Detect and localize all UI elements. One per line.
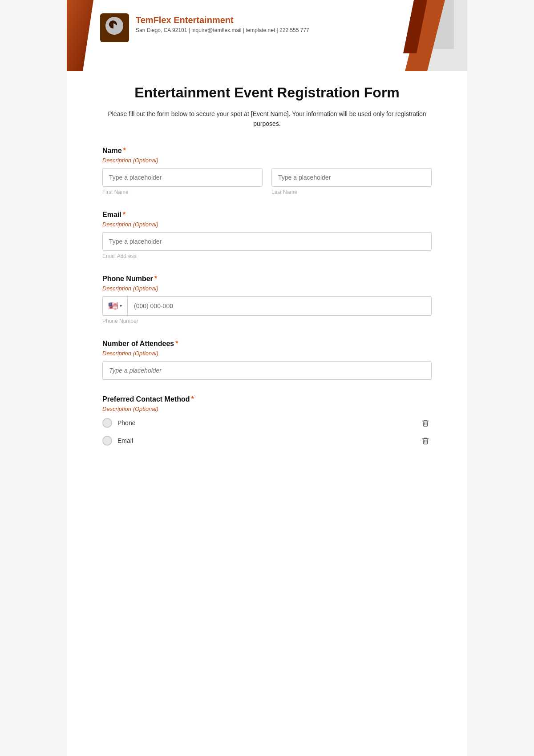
email-label: Email* (102, 211, 432, 219)
contact-method-field-section: Preferred Contact Method* Description (O… (102, 395, 432, 447)
email-col: Email Address (102, 232, 432, 259)
flag-emoji: 🇺🇸 (108, 301, 118, 311)
company-info: TemFlex Entertainment San Diego, CA 9210… (136, 15, 309, 33)
company-name: TemFlex Entertainment (136, 15, 309, 25)
attendees-field-section: Number of Attendees* Description (Option… (102, 340, 432, 380)
form-description: Please fill out the form below to secure… (102, 109, 432, 129)
chevron-down-icon: ▾ (120, 303, 122, 308)
header: TemFlex Entertainment San Diego, CA 9210… (67, 0, 467, 71)
last-name-input[interactable] (271, 168, 432, 187)
first-name-input[interactable] (102, 168, 263, 187)
last-name-sublabel: Last Name (271, 189, 432, 195)
contact-method-label: Preferred Contact Method* (102, 395, 432, 403)
radio-phone-label: Phone (117, 419, 135, 426)
page: TemFlex Entertainment San Diego, CA 9210… (67, 0, 467, 756)
last-name-col: Last Name (271, 168, 432, 195)
phone-field-section: Phone Number* Description (Optional) 🇺🇸 … (102, 275, 432, 324)
delete-email-option-button[interactable] (419, 434, 432, 447)
form-title: Entertainment Event Registration Form (102, 84, 432, 101)
radio-email[interactable] (102, 436, 112, 446)
email-input-row: Email Address (102, 232, 432, 259)
first-name-sublabel: First Name (102, 189, 263, 195)
radio-phone[interactable] (102, 418, 112, 428)
phone-number-input[interactable] (128, 297, 431, 315)
name-field-section: Name* Description (Optional) First Name … (102, 147, 432, 195)
header-content: TemFlex Entertainment San Diego, CA 9210… (100, 13, 309, 42)
name-description: Description (Optional) (102, 157, 432, 164)
attendees-label: Number of Attendees* (102, 340, 432, 348)
attendees-description: Description (Optional) (102, 350, 432, 357)
name-input-row: First Name Last Name (102, 168, 432, 195)
phone-flag-selector[interactable]: 🇺🇸 ▾ (103, 297, 128, 315)
email-input[interactable] (102, 232, 432, 251)
phone-label: Phone Number* (102, 275, 432, 283)
radio-option-email: Email (102, 434, 432, 447)
phone-input-row: 🇺🇸 ▾ (102, 296, 432, 316)
header-right-accent (369, 0, 467, 71)
first-name-col: First Name (102, 168, 263, 195)
email-field-section: Email* Description (Optional) Email Addr… (102, 211, 432, 259)
name-label: Name* (102, 147, 432, 155)
contact-method-description: Description (Optional) (102, 406, 432, 412)
header-left-accent (67, 0, 93, 71)
email-description: Description (Optional) (102, 221, 432, 228)
phone-sublabel: Phone Number (102, 318, 432, 324)
form-area: Entertainment Event Registration Form Pl… (67, 71, 467, 489)
radio-email-label: Email (117, 437, 133, 444)
phone-description: Description (Optional) (102, 285, 432, 292)
company-address: San Diego, CA 92101 | inquire@temflex.ma… (136, 27, 309, 33)
radio-option-phone: Phone (102, 417, 432, 429)
company-logo (100, 13, 129, 42)
attendees-input[interactable] (102, 361, 432, 380)
email-sublabel: Email Address (102, 253, 432, 259)
delete-phone-option-button[interactable] (419, 417, 432, 429)
